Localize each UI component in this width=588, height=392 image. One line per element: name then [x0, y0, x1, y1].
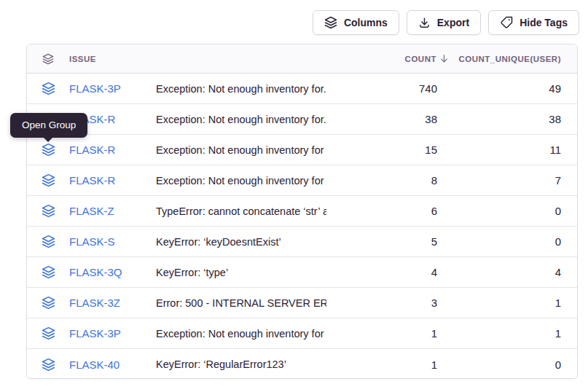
count-value: 38 — [326, 113, 437, 125]
issue-title: Error: 500 - INTERNAL SERVER ERROR — [156, 297, 326, 309]
table-row[interactable]: FLASK-3Q KeyError: ‘type’ 4 4 — [27, 257, 577, 288]
issue-title: KeyError: ‘RegularError123’ — [156, 358, 326, 370]
hide-tags-button-label: Hide Tags — [520, 17, 568, 28]
open-group-tooltip: Open Group — [10, 113, 87, 138]
export-button[interactable]: Export — [407, 10, 481, 35]
columns-button[interactable]: Columns — [313, 10, 399, 35]
table-row[interactable]: FLASK-R Exception: Not enough inventory … — [27, 135, 577, 165]
open-group-tooltip-label: Open Group — [22, 119, 76, 130]
layers-icon — [324, 16, 337, 29]
issue-title: KeyError: ‘type’ — [156, 267, 326, 278]
table-row[interactable]: FLASK-S KeyError: ‘keyDoesntExist’ 5 0 — [27, 227, 577, 257]
table-header-row: ISSUE COUNT COUNT_UNIQUE(USER) — [27, 44, 577, 74]
layers-icon — [27, 53, 69, 65]
layers-icon — [42, 204, 55, 218]
issue-link[interactable]: FLASK-3P — [69, 82, 121, 95]
count-unique-value: 11 — [437, 144, 561, 156]
count-value: 5 — [326, 235, 437, 248]
issue-title: Exception: Not enough inventory for n... — [156, 175, 326, 187]
count-value: 1 — [326, 327, 437, 340]
table-body: FLASK-3P Exception: Not enough inventory… — [27, 74, 577, 379]
issue-link[interactable]: FLASK-R — [69, 144, 115, 156]
column-header-count[interactable]: COUNT — [326, 53, 437, 64]
issue-title: Exception: Not enough inventory for... — [156, 83, 326, 95]
issue-title: Exception: Not enough inventory for... — [156, 114, 326, 125]
count-value: 1 — [326, 358, 437, 371]
issue-title: TypeError: cannot concatenate ‘str’ an..… — [156, 205, 326, 217]
count-unique-value: 7 — [437, 174, 561, 187]
table-row[interactable]: FLASK-3Z Error: 500 - INTERNAL SERVER ER… — [27, 288, 577, 318]
open-group-button[interactable] — [27, 82, 69, 95]
count-unique-value: 4 — [437, 266, 561, 278]
open-group-button[interactable] — [27, 358, 69, 372]
issue-title: Exception: Not enough inventory for h... — [156, 144, 326, 156]
layers-icon — [42, 358, 55, 372]
count-unique-value: 38 — [437, 113, 561, 125]
table-row[interactable]: FLASK-R Exception: Not enough inventory … — [27, 104, 577, 135]
table-row[interactable]: FLASK-3P Exception: Not enough inventory… — [27, 74, 577, 104]
open-group-button[interactable] — [27, 296, 69, 310]
open-group-button[interactable] — [27, 235, 69, 248]
count-unique-value: 1 — [437, 327, 561, 340]
count-value: 6 — [326, 205, 437, 217]
count-unique-value: 0 — [437, 205, 561, 217]
open-group-button[interactable] — [27, 204, 69, 218]
count-value: 3 — [326, 297, 437, 309]
open-group-button[interactable] — [27, 265, 69, 279]
layers-icon — [42, 296, 55, 310]
table-row[interactable]: FLASK-40 KeyError: ‘RegularError123’ 1 0 — [27, 349, 577, 379]
issue-link[interactable]: FLASK-R — [69, 174, 115, 187]
issue-link[interactable]: FLASK-S — [69, 235, 115, 248]
layers-icon — [42, 326, 55, 340]
table-row[interactable]: FLASK-Z TypeError: cannot concatenate ‘s… — [27, 196, 577, 227]
table-row[interactable]: FLASK-R Exception: Not enough inventory … — [27, 165, 577, 196]
open-group-button[interactable] — [27, 173, 69, 187]
tag-icon — [500, 16, 513, 29]
issue-link[interactable]: FLASK-3P — [69, 327, 121, 340]
layers-icon — [42, 173, 55, 187]
hide-tags-button[interactable]: Hide Tags — [488, 10, 579, 35]
issue-link[interactable]: FLASK-3Q — [69, 266, 122, 278]
column-header-count-unique[interactable]: COUNT_UNIQUE(USER) — [437, 55, 561, 63]
issue-link[interactable]: FLASK-3Z — [69, 297, 120, 309]
issue-link[interactable]: FLASK-Z — [69, 205, 114, 217]
count-value: 8 — [326, 174, 437, 187]
count-value: 740 — [326, 82, 437, 95]
issue-title: Exception: Not enough inventory for n... — [156, 328, 326, 340]
open-group-button[interactable] — [27, 326, 69, 340]
layers-icon — [42, 235, 55, 248]
count-unique-value: 0 — [437, 235, 561, 248]
layers-icon — [42, 82, 55, 95]
columns-button-label: Columns — [344, 17, 388, 28]
issue-link[interactable]: FLASK-40 — [69, 358, 119, 371]
layers-icon — [42, 265, 55, 279]
count-value: 15 — [326, 144, 437, 156]
count-unique-value: 49 — [437, 82, 561, 95]
column-header-issue[interactable]: ISSUE — [69, 55, 156, 63]
count-unique-value: 1 — [437, 297, 561, 309]
results-table: ISSUE COUNT COUNT_UNIQUE(USER) F — [26, 44, 578, 379]
export-button-label: Export — [437, 17, 469, 28]
count-unique-value: 0 — [437, 358, 561, 371]
issue-title: KeyError: ‘keyDoesntExist’ — [156, 236, 326, 248]
download-icon — [418, 17, 431, 29]
count-value: 4 — [326, 266, 437, 278]
table-row[interactable]: FLASK-3P Exception: Not enough inventory… — [27, 318, 577, 349]
toolbar: Columns Export Hide Tags — [313, 10, 579, 35]
